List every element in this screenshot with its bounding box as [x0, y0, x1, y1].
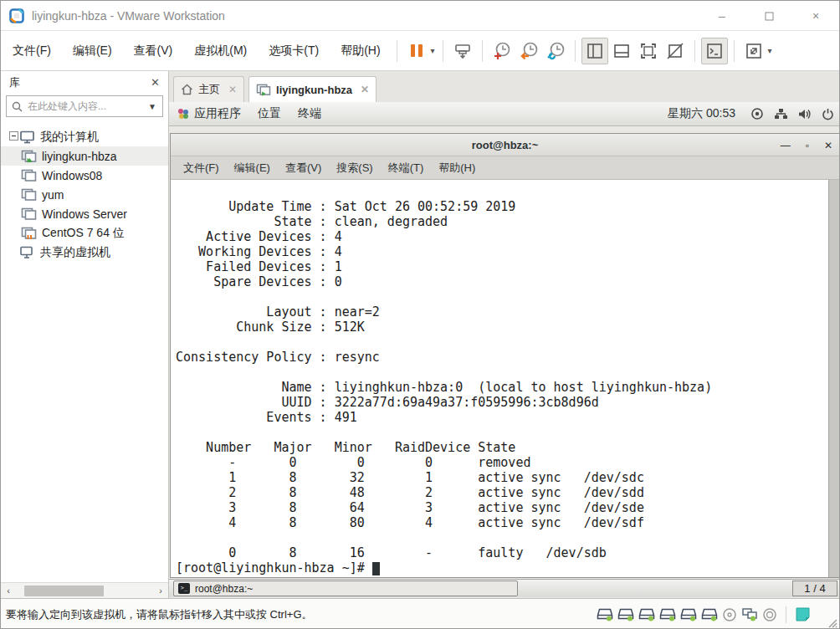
shared-vm-icon: [19, 246, 36, 259]
pause-vm-button[interactable]: [403, 38, 430, 64]
take-snapshot-button[interactable]: [489, 38, 515, 64]
full-screen-button[interactable]: [635, 38, 662, 64]
network-adapter-icon[interactable]: [741, 607, 758, 621]
console-view-button[interactable]: [701, 38, 728, 64]
tree-item-label: CentOS 7 64 位: [42, 226, 125, 241]
places-menu[interactable]: 位置: [249, 106, 289, 121]
sidebar-horizontal-scrollbar[interactable]: ‹ ›: [1, 582, 168, 598]
menu-file[interactable]: 文件(F): [3, 38, 61, 64]
stretch-dropdown-chevron[interactable]: ▾: [768, 46, 772, 55]
vmware-workstation-window: liyingkun-hbza - VMware Workstation – × …: [0, 0, 840, 629]
library-panel-icon: [586, 42, 604, 60]
hard-disk-icon[interactable]: [597, 607, 613, 621]
workspace-pager[interactable]: 1 / 4: [792, 580, 837, 596]
terminal-output: Update Time : Sat Oct 26 00:52:59 2019 S…: [171, 180, 839, 560]
terminal-menubar: 文件(F) 编辑(E) 查看(V) 搜索(S) 终端(T) 帮助(H): [171, 156, 839, 180]
search-input[interactable]: [28, 100, 142, 112]
revert-snapshot-button[interactable]: [515, 38, 542, 64]
toolbar-separator: [443, 40, 443, 62]
full-screen-icon: [639, 42, 658, 60]
tree-item-windows08[interactable]: Windows08: [1, 166, 168, 185]
guest-taskbar: >_ root@hbza:~ 1 / 4: [169, 579, 840, 597]
terminal-menu-file[interactable]: 文件(F): [176, 161, 227, 176]
scroll-left-arrow[interactable]: ‹: [1, 586, 16, 596]
tab-close-icon[interactable]: ✕: [361, 84, 369, 95]
tab-home[interactable]: 主页 ✕: [173, 76, 244, 102]
terminal-icon: >_: [178, 583, 190, 594]
terminal-menu-terminal[interactable]: 终端(T): [381, 161, 432, 176]
terminal-menu-edit[interactable]: 编辑(E): [227, 161, 278, 176]
search-dropdown-chevron[interactable]: ▼: [142, 102, 162, 111]
tree-item-yum[interactable]: yum: [1, 185, 168, 204]
menu-tabs[interactable]: 选项卡(T): [259, 38, 329, 64]
scrollbar-thumb[interactable]: [24, 586, 104, 596]
take-snapshot-icon: [492, 41, 512, 61]
terminal-menu-view[interactable]: 查看(V): [278, 161, 329, 176]
tree-item-centos7[interactable]: CentOS 7 64 位: [1, 223, 168, 243]
show-library-button[interactable]: [581, 38, 608, 64]
power-tray-icon[interactable]: [817, 105, 837, 122]
terminal-minimize-button[interactable]: —: [781, 140, 791, 151]
snapshot-manager-button[interactable]: [542, 38, 569, 64]
close-button[interactable]: ×: [792, 1, 839, 31]
show-thumbnail-bar-button[interactable]: [608, 38, 635, 64]
applications-icon: [177, 108, 189, 120]
vm-icon: [21, 207, 38, 221]
panel-clock[interactable]: 星期六 00:53: [668, 106, 735, 121]
terminal-window: root@hbza:~ — ▫ ✕ 文件(F) 编辑(E) 查看(V) 搜索(S…: [170, 133, 840, 578]
tree-item-shared-vms[interactable]: 共享的虚拟机: [1, 243, 168, 262]
terminal-output-area[interactable]: Update Time : Sat Oct 26 00:52:59 2019 S…: [171, 180, 839, 577]
terminal-menu[interactable]: 终端: [289, 106, 330, 121]
console-icon: [705, 42, 724, 60]
resize-grip[interactable]: [826, 616, 837, 628]
tab-close-icon[interactable]: ✕: [228, 84, 237, 95]
power-dropdown-chevron[interactable]: ▾: [431, 46, 435, 55]
unity-mode-button[interactable]: [662, 38, 689, 64]
library-close-icon[interactable]: ✕: [151, 76, 160, 89]
screenshot-tray-icon[interactable]: [747, 105, 767, 122]
send-ctrl-alt-del-button[interactable]: [449, 38, 476, 64]
cd-rom-icon[interactable]: [722, 607, 737, 622]
hard-disk-icon[interactable]: [617, 607, 634, 621]
taskbar-window-button[interactable]: >_ root@hbza:~: [173, 580, 518, 596]
applications-menu[interactable]: 应用程序: [169, 106, 249, 121]
hard-disk-icon[interactable]: [701, 607, 718, 621]
menu-view[interactable]: 查看(V): [124, 38, 183, 64]
terminal-menu-search[interactable]: 搜索(S): [329, 161, 380, 176]
tree-item-my-computer[interactable]: 我的计算机: [1, 127, 168, 146]
hard-disk-icon[interactable]: [659, 607, 676, 621]
scroll-right-arrow[interactable]: ›: [153, 586, 168, 596]
statusbar-separator: [786, 606, 786, 623]
menu-help[interactable]: 帮助(H): [330, 38, 390, 64]
main-menubar: 文件(F) 编辑(E) 查看(V) 虚拟机(M) 选项卡(T) 帮助(H) ▾: [1, 31, 839, 71]
revert-snapshot-icon: [519, 41, 539, 61]
message-log-icon[interactable]: [795, 606, 811, 622]
terminal-close-button[interactable]: ✕: [824, 140, 832, 151]
network-tray-icon[interactable]: [771, 105, 791, 122]
library-search[interactable]: ▼: [6, 95, 163, 117]
toolbar-separator: [575, 40, 576, 62]
minimize-button[interactable]: –: [699, 1, 745, 31]
hard-disk-icon[interactable]: [680, 607, 697, 621]
ctrl-alt-del-icon: [453, 42, 472, 60]
expander-icon[interactable]: [8, 131, 19, 142]
tree-item-label: 共享的虚拟机: [40, 245, 110, 260]
sound-icon[interactable]: [762, 607, 777, 622]
tab-strip: 主页 ✕ liyingkun-hbza ✕: [169, 71, 840, 102]
menu-vm[interactable]: 虚拟机(M): [184, 38, 257, 64]
terminal-menu-help[interactable]: 帮助(H): [431, 161, 483, 176]
tab-label: liyingkun-hbza: [276, 84, 352, 96]
volume-tray-icon[interactable]: [794, 105, 814, 122]
tree-item-windows-server[interactable]: Windows Server: [1, 204, 168, 223]
hard-disk-icon[interactable]: [638, 607, 655, 621]
tab-vm-liyingkun-hbza[interactable]: liyingkun-hbza ✕: [248, 76, 376, 102]
terminal-prompt-line: [root@liyinghkun-hbza ~]#: [171, 560, 839, 575]
stretch-guest-button[interactable]: [740, 38, 767, 64]
tab-label: 主页: [198, 82, 220, 97]
terminal-titlebar[interactable]: root@hbza:~ — ▫ ✕: [171, 134, 839, 156]
terminal-maximize-button[interactable]: ▫: [806, 140, 809, 151]
terminal-scrollbar[interactable]: [828, 180, 839, 577]
maximize-button[interactable]: [745, 1, 792, 31]
menu-edit[interactable]: 编辑(E): [63, 38, 122, 64]
tree-item-liyingkun-hbza[interactable]: liyingkun-hbza: [1, 146, 168, 166]
